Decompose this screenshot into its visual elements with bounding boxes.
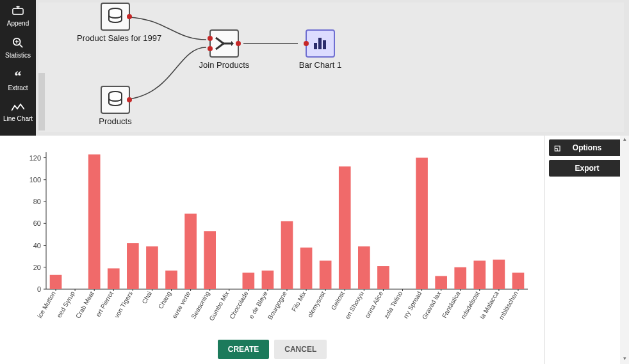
svg-rect-75 <box>358 246 370 289</box>
svg-text:20: 20 <box>33 264 41 271</box>
svg-text:olemysost: olemysost <box>306 290 327 319</box>
svg-rect-89 <box>454 267 466 289</box>
panel-scrollbar[interactable]: ▴ ▾ <box>620 136 629 364</box>
svg-text:100: 100 <box>29 176 41 184</box>
svg-rect-34 <box>88 154 101 289</box>
input-port[interactable] <box>208 46 213 51</box>
chart-preview-pane: 020406080100120ice Muttoneed SyrupCrab M… <box>0 136 544 364</box>
sidebar-item-statistics[interactable]: Statistics <box>0 32 36 64</box>
sidebar-item-label: Append <box>7 20 29 27</box>
svg-rect-10 <box>314 43 317 49</box>
svg-text:Bourgogne: Bourgogne <box>266 290 288 320</box>
svg-text:onna Alice: onna Alice <box>364 290 385 319</box>
workflow-canvas[interactable]: Product Sales for 1997 Products Join Pro… <box>38 3 624 132</box>
node-product-sales[interactable]: Product Sales for 1997 <box>77 3 154 43</box>
append-icon <box>12 5 24 19</box>
node-label: Product Sales for 1997 <box>77 33 154 43</box>
svg-rect-43 <box>146 246 158 289</box>
sidebar-item-line-chart[interactable]: Line Chart <box>0 96 36 128</box>
svg-text:Geitost: Geitost <box>330 290 346 311</box>
svg-text:0: 0 <box>37 285 41 293</box>
svg-text:la Malacca: la Malacca <box>478 290 500 320</box>
svg-text:Filo Mix: Filo Mix <box>290 290 307 313</box>
svg-rect-78 <box>377 266 389 289</box>
svg-text:40: 40 <box>33 242 41 249</box>
bar-chart-icon <box>306 29 335 58</box>
footer-actions: CREATE CANCEL <box>0 340 544 359</box>
svg-rect-49 <box>184 214 197 289</box>
options-icon: ◱ <box>554 144 560 152</box>
svg-rect-66 <box>300 248 313 289</box>
svg-text:Chai: Chai <box>140 290 153 305</box>
input-port[interactable] <box>208 36 213 41</box>
svg-text:ert Pierrot: ert Pierrot <box>95 290 115 318</box>
sidebar-item-append[interactable]: Append <box>0 0 36 32</box>
join-icon <box>209 29 239 58</box>
svg-rect-95 <box>493 260 505 289</box>
svg-rect-60 <box>262 271 274 289</box>
svg-rect-37 <box>108 268 120 289</box>
node-products[interactable]: Products <box>77 86 154 126</box>
svg-text:euse verte: euse verte <box>170 290 192 319</box>
svg-text:Fantástica: Fantástica <box>441 290 462 319</box>
svg-text:Gravad lax: Gravad lax <box>421 290 443 320</box>
sidebar-item-label: Statistics <box>5 52 31 59</box>
svg-text:eed Syrup: eed Syrup <box>56 290 77 319</box>
node-label: Products <box>77 116 154 126</box>
input-port[interactable] <box>304 41 309 46</box>
svg-rect-72 <box>339 166 351 289</box>
node-label: Join Products <box>186 60 263 70</box>
tool-sidebar: Append Statistics “ Extract Line Chart <box>0 0 36 136</box>
svg-rect-83 <box>416 158 428 289</box>
node-join-products[interactable]: Join Products <box>186 29 263 70</box>
svg-text:60: 60 <box>33 219 41 227</box>
cancel-button[interactable]: CANCEL <box>274 340 327 359</box>
svg-text:Chocolade: Chocolade <box>228 290 250 320</box>
svg-rect-86 <box>435 276 447 289</box>
sidebar-item-extract[interactable]: “ Extract <box>0 64 36 96</box>
create-button[interactable]: CREATE <box>218 340 269 359</box>
scroll-down-icon[interactable]: ▾ <box>620 355 629 364</box>
svg-text:Chang: Chang <box>157 290 172 310</box>
svg-rect-52 <box>204 231 216 289</box>
options-label: Options <box>573 143 601 152</box>
svg-line-4 <box>20 45 23 48</box>
sidebar-item-more[interactable] <box>0 128 36 136</box>
svg-rect-12 <box>323 40 326 49</box>
svg-rect-57 <box>243 273 255 289</box>
svg-text:80: 80 <box>33 198 41 205</box>
output-port[interactable] <box>127 14 132 19</box>
svg-text:en Shouyu: en Shouyu <box>344 290 365 320</box>
node-bar-chart[interactable]: Bar Chart 1 <box>282 29 359 70</box>
svg-text:zola Telino: zola Telino <box>382 290 404 320</box>
line-chart-icon <box>12 102 24 114</box>
svg-rect-98 <box>512 273 525 289</box>
db-icon <box>101 86 130 114</box>
svg-text:ndsdalsost: ndsdalsost <box>459 290 481 320</box>
output-port[interactable] <box>236 41 241 46</box>
svg-text:von Tigers: von Tigers <box>113 290 134 319</box>
svg-rect-40 <box>127 243 139 289</box>
svg-rect-29 <box>50 275 62 289</box>
svg-text:Seasoning: Seasoning <box>190 290 211 320</box>
svg-rect-46 <box>165 271 177 289</box>
svg-text:ice Mutton: ice Mutton <box>36 290 57 319</box>
svg-text:Gumbo Mix: Gumbo Mix <box>208 290 230 322</box>
db-icon <box>101 3 130 31</box>
quote-icon: “ <box>15 69 22 83</box>
svg-rect-69 <box>320 260 332 289</box>
svg-rect-11 <box>318 38 322 49</box>
node-label: Bar Chart 1 <box>282 60 359 70</box>
svg-text:e de Blaye: e de Blaye <box>247 290 268 320</box>
export-button[interactable]: Export <box>549 160 625 177</box>
scroll-up-icon[interactable]: ▴ <box>620 136 629 145</box>
svg-text:120: 120 <box>29 154 41 162</box>
sidebar-item-label: Extract <box>8 84 28 91</box>
options-button[interactable]: ◱ Options <box>549 139 625 156</box>
svg-text:rnbläschen: rnbläschen <box>498 290 519 321</box>
output-port[interactable] <box>127 97 132 102</box>
svg-text:rry Spread: rry Spread <box>402 290 423 320</box>
svg-rect-92 <box>473 260 486 289</box>
svg-rect-0 <box>13 8 23 14</box>
svg-marker-9 <box>231 41 234 46</box>
